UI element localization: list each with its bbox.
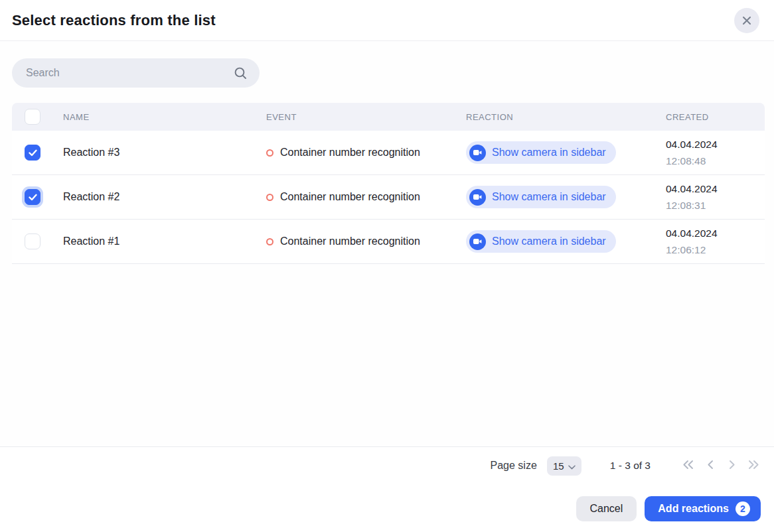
event-status-icon bbox=[266, 238, 273, 245]
row-checkbox[interactable] bbox=[25, 233, 40, 249]
table-row[interactable]: Reaction #3 Container number recognition bbox=[12, 131, 765, 175]
reaction-pill[interactable]: Show camera in sidebar bbox=[466, 186, 616, 208]
column-header-event: EVENT bbox=[266, 112, 466, 122]
dialog-title: Select reactions from the list bbox=[12, 12, 216, 29]
close-button[interactable] bbox=[734, 8, 759, 33]
created-date: 04.04.2024 bbox=[666, 225, 765, 241]
camera-icon bbox=[469, 189, 486, 206]
next-page-button[interactable] bbox=[721, 455, 743, 477]
event-name: Container number recognition bbox=[280, 235, 420, 247]
add-reactions-label: Add reactions bbox=[658, 503, 729, 515]
event-status-icon bbox=[266, 149, 273, 157]
reaction-pill-label: Show camera in sidebar bbox=[492, 235, 606, 247]
search-bar[interactable] bbox=[12, 58, 260, 88]
cancel-button[interactable]: Cancel bbox=[576, 496, 637, 521]
select-reactions-dialog: Select reactions from the list bbox=[0, 0, 774, 532]
column-header-reaction: REACTION bbox=[466, 112, 666, 122]
table-row[interactable]: Reaction #2 Container number recognition bbox=[12, 175, 765, 220]
pagination-range: 1 - 3 of 3 bbox=[610, 460, 651, 472]
add-reactions-button[interactable]: Add reactions 2 bbox=[645, 496, 761, 521]
dialog-actions: Cancel Add reactions 2 bbox=[0, 484, 774, 532]
created-time: 12:08:31 bbox=[666, 197, 765, 214]
chevron-down-icon bbox=[568, 460, 576, 472]
page-size-label: Page size bbox=[491, 460, 537, 472]
selected-count-badge: 2 bbox=[735, 501, 750, 516]
page-size-select[interactable]: 15 bbox=[547, 456, 581, 476]
camera-icon bbox=[469, 233, 486, 250]
table-header-row: NAME EVENT REACTION CREATED bbox=[12, 103, 765, 131]
reaction-pill-label: Show camera in sidebar bbox=[492, 191, 606, 203]
double-chevron-left-icon bbox=[682, 460, 694, 472]
select-all-checkbox[interactable] bbox=[25, 109, 40, 125]
reactions-table: NAME EVENT REACTION CREATED Reaction #3 … bbox=[12, 103, 765, 264]
created-date: 04.04.2024 bbox=[666, 136, 765, 153]
dialog-footer: Page size 15 1 - 3 of 3 bbox=[0, 446, 774, 532]
reaction-pill[interactable]: Show camera in sidebar bbox=[466, 230, 616, 253]
search-icon bbox=[234, 66, 248, 80]
table-row[interactable]: Reaction #1 Container number recognition bbox=[12, 220, 765, 264]
reaction-name: Reaction #1 bbox=[63, 235, 266, 247]
reaction-name: Reaction #2 bbox=[63, 191, 266, 203]
reaction-pill-label: Show camera in sidebar bbox=[492, 147, 606, 159]
cancel-button-label: Cancel bbox=[590, 503, 623, 515]
reaction-name: Reaction #3 bbox=[63, 147, 266, 159]
created-date: 04.04.2024 bbox=[666, 180, 765, 197]
event-name: Container number recognition bbox=[280, 147, 420, 159]
row-checkbox[interactable] bbox=[25, 189, 40, 205]
created-time: 12:08:48 bbox=[666, 153, 765, 169]
column-header-created: CREATED bbox=[666, 112, 765, 122]
reaction-pill[interactable]: Show camera in sidebar bbox=[466, 141, 616, 164]
dialog-body: NAME EVENT REACTION CREATED Reaction #3 … bbox=[0, 41, 774, 446]
first-page-button[interactable] bbox=[677, 455, 699, 477]
camera-icon bbox=[469, 145, 486, 161]
column-header-name: NAME bbox=[63, 112, 266, 122]
page-size-value: 15 bbox=[553, 460, 564, 472]
double-chevron-right-icon bbox=[747, 460, 760, 472]
row-checkbox[interactable] bbox=[25, 145, 40, 161]
dialog-header: Select reactions from the list bbox=[0, 0, 774, 41]
event-status-icon bbox=[266, 194, 273, 201]
event-name: Container number recognition bbox=[280, 191, 420, 203]
search-input[interactable] bbox=[26, 67, 234, 79]
chevron-right-icon bbox=[729, 460, 735, 472]
close-icon bbox=[741, 15, 752, 26]
chevron-left-icon bbox=[707, 460, 714, 472]
pagination-bar: Page size 15 1 - 3 of 3 bbox=[0, 447, 774, 484]
last-page-button[interactable] bbox=[743, 455, 765, 477]
previous-page-button[interactable] bbox=[699, 455, 721, 477]
created-time: 12:06:12 bbox=[666, 241, 765, 258]
